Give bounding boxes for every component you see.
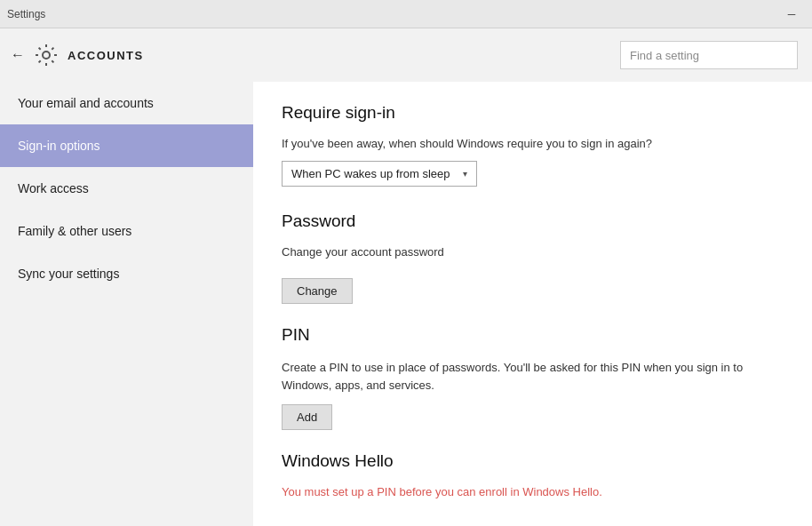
change-password-button[interactable]: Change bbox=[282, 278, 353, 304]
back-button[interactable]: ← bbox=[11, 47, 25, 63]
require-signin-title: Require sign-in bbox=[282, 103, 784, 123]
content-area: Require sign-in If you've been away, whe… bbox=[253, 82, 812, 526]
password-description: Change your account password bbox=[282, 245, 784, 259]
sidebar-item-work[interactable]: Work access bbox=[0, 167, 253, 210]
require-signin-section: Require sign-in If you've been away, whe… bbox=[282, 103, 784, 187]
signin-dropdown-value: When PC wakes up from sleep bbox=[291, 167, 450, 180]
titlebar-controls: ─ bbox=[771, 0, 812, 28]
app-title: ACCOUNTS bbox=[68, 49, 144, 62]
pin-title: PIN bbox=[282, 325, 784, 345]
main-layout: Your email and accounts Sign-in options … bbox=[0, 82, 812, 526]
add-pin-button[interactable]: Add bbox=[282, 404, 332, 430]
gear-icon bbox=[34, 43, 59, 68]
app-header-left: ← ACCOUNTS bbox=[11, 43, 144, 68]
titlebar-title: Settings bbox=[7, 8, 45, 20]
signin-dropdown[interactable]: When PC wakes up from sleep ▾ bbox=[282, 161, 477, 187]
password-title: Password bbox=[282, 211, 784, 231]
chevron-down-icon: ▾ bbox=[463, 169, 467, 179]
app-header: ← ACCOUNTS bbox=[0, 28, 812, 82]
sidebar-item-sync[interactable]: Sync your settings bbox=[0, 252, 253, 295]
titlebar: Settings ─ bbox=[0, 0, 812, 28]
svg-point-0 bbox=[43, 52, 50, 59]
windows-hello-title: Windows Hello bbox=[282, 451, 784, 471]
back-icon: ← bbox=[11, 47, 25, 63]
pin-description: Create a PIN to use in place of password… bbox=[282, 359, 784, 394]
sidebar-item-email[interactable]: Your email and accounts bbox=[0, 82, 253, 124]
search-input[interactable] bbox=[620, 41, 798, 69]
windows-hello-warning: You must set up a PIN before you can enr… bbox=[282, 485, 784, 498]
sidebar-item-signin[interactable]: Sign-in options bbox=[0, 124, 253, 167]
pin-section: PIN Create a PIN to use in place of pass… bbox=[282, 325, 784, 430]
minimize-button[interactable]: ─ bbox=[771, 0, 812, 28]
sidebar-item-family[interactable]: Family & other users bbox=[0, 210, 253, 252]
require-signin-description: If you've been away, when should Windows… bbox=[282, 137, 784, 150]
titlebar-left: Settings bbox=[7, 8, 45, 20]
sidebar: Your email and accounts Sign-in options … bbox=[0, 82, 253, 526]
password-section: Password Change your account password Ch… bbox=[282, 211, 784, 304]
windows-hello-section: Windows Hello You must set up a PIN befo… bbox=[282, 451, 784, 498]
